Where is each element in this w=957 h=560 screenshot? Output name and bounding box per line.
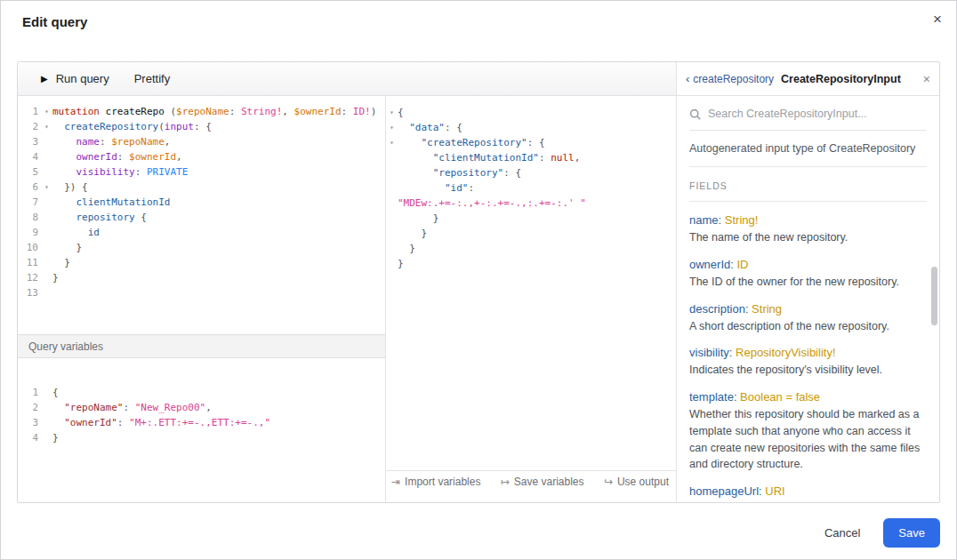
code-text: }) { bbox=[52, 180, 88, 195]
code-text: } bbox=[398, 256, 404, 271]
query-variables-bar[interactable]: Query variables bbox=[18, 334, 385, 358]
doc-field-link[interactable]: homepageUrl bbox=[689, 484, 759, 498]
fold-gutter bbox=[41, 415, 52, 430]
import-variables-label: Import variables bbox=[405, 476, 480, 488]
modal-actions: Cancel Save bbox=[819, 518, 940, 548]
search-icon bbox=[689, 108, 701, 120]
code-line: "repository": { bbox=[386, 165, 676, 180]
doc-field-signature: description: String bbox=[689, 302, 927, 316]
code-text: } bbox=[52, 255, 70, 270]
line-number: 1 bbox=[18, 385, 41, 400]
code-text: repository { bbox=[52, 210, 147, 225]
code-line: 10 } bbox=[18, 240, 385, 255]
code-text: { bbox=[52, 385, 59, 400]
save-variables-link[interactable]: ↦ Save variables bbox=[501, 476, 584, 488]
code-line: 3 name: $repoName, bbox=[18, 134, 385, 149]
editor-toolbar: ▶ Run query Prettify bbox=[18, 62, 676, 96]
code-line: 4 ownerId: $ownerId, bbox=[18, 149, 385, 164]
code-line: "MDEw:.+=-:.,+-:.+=-.,:.+=-:.' " bbox=[386, 196, 676, 211]
doc-field-link[interactable]: ownerId bbox=[689, 258, 730, 271]
save-button[interactable]: Save bbox=[883, 518, 940, 548]
use-output-label: Use output bbox=[617, 476, 669, 488]
fold-gutter bbox=[386, 196, 398, 211]
line-number: 4 bbox=[18, 430, 41, 445]
line-number: 10 bbox=[18, 240, 41, 255]
save-variables-icon: ↦ bbox=[501, 476, 510, 488]
docs-close-icon[interactable]: × bbox=[923, 72, 930, 86]
query-variables-label: Query variables bbox=[28, 340, 103, 353]
page-title: Edit query bbox=[22, 14, 87, 29]
import-variables-link[interactable]: ⇥ Import variables bbox=[391, 476, 480, 488]
line-number: 6 bbox=[18, 180, 41, 195]
doc-type-link[interactable]: String! bbox=[725, 213, 759, 227]
code-text: mutation createRepo ($repoName: String!,… bbox=[52, 104, 376, 119]
fold-arrow-icon[interactable]: ▾ bbox=[41, 104, 52, 119]
code-line: ▾{ bbox=[386, 105, 676, 120]
doc-type-link[interactable]: URI bbox=[765, 484, 784, 498]
prettify-button[interactable]: Prettify bbox=[134, 72, 170, 85]
fold-arrow-icon[interactable]: ▾ bbox=[41, 180, 52, 195]
use-output-link[interactable]: ↪ Use output bbox=[604, 476, 669, 488]
code-text: "id": bbox=[398, 180, 474, 196]
doc-field-link[interactable]: template bbox=[689, 390, 734, 404]
fold-arrow-icon[interactable]: ▾ bbox=[386, 120, 398, 135]
doc-field-signature: homepageUrl: URI bbox=[689, 484, 927, 498]
docs-panel: ‹ createRepository CreateRepositoryInput… bbox=[676, 62, 939, 502]
use-output-icon: ↪ bbox=[604, 476, 613, 488]
run-query-button[interactable]: ▶ Run query bbox=[41, 72, 109, 85]
close-icon[interactable]: × bbox=[933, 11, 942, 28]
code-line: 1{ bbox=[18, 385, 385, 400]
query-variables-editor[interactable]: 1{2 "repoName": "New_Repo00",3 "ownerId"… bbox=[18, 358, 385, 502]
fold-gutter bbox=[41, 134, 52, 149]
doc-type-link[interactable]: String bbox=[752, 302, 782, 316]
fold-gutter bbox=[386, 165, 398, 180]
cancel-button[interactable]: Cancel bbox=[819, 519, 865, 547]
docs-fields-label: FIELDS bbox=[689, 167, 927, 202]
fold-gutter bbox=[386, 180, 398, 196]
code-line: 12} bbox=[18, 270, 385, 285]
code-line: 2▾ createRepository(input: { bbox=[18, 119, 385, 134]
code-line: 2 "repoName": "New_Repo00", bbox=[18, 400, 385, 415]
doc-field: ownerId: IDThe ID of the owner for the n… bbox=[689, 258, 927, 291]
code-line: } bbox=[386, 211, 676, 226]
doc-field: homepageUrl: URIThe URL for a web page a… bbox=[689, 484, 927, 502]
fold-gutter bbox=[41, 210, 52, 225]
fold-gutter bbox=[386, 256, 398, 271]
query-editor[interactable]: 1▾mutation createRepo ($repoName: String… bbox=[18, 96, 385, 334]
code-line: "clientMutationId": null, bbox=[386, 150, 676, 165]
doc-field-default: = false bbox=[783, 390, 820, 404]
code-text: "ownerId": "M+:.ETT:+=-.,ETT:+=-.," bbox=[52, 415, 270, 430]
fold-gutter bbox=[386, 241, 398, 256]
docs-scrollbar-thumb[interactable] bbox=[931, 267, 937, 325]
line-number: 7 bbox=[18, 195, 41, 210]
line-number: 3 bbox=[18, 415, 41, 430]
docs-back-link[interactable]: ‹ createRepository bbox=[686, 72, 774, 85]
doc-field-signature: template: Boolean = false bbox=[689, 390, 927, 404]
doc-field-link[interactable]: name bbox=[689, 213, 719, 227]
code-line: } bbox=[386, 241, 676, 256]
doc-field: visibility: RepositoryVisibility!Indicat… bbox=[689, 346, 927, 379]
doc-field-description: The name of the new repository. bbox=[689, 229, 927, 246]
code-text: "repoName": "New_Repo00", bbox=[52, 400, 212, 415]
run-query-label: Run query bbox=[56, 72, 109, 85]
doc-field-link[interactable]: description bbox=[689, 302, 745, 316]
fold-arrow-icon[interactable]: ▾ bbox=[386, 135, 398, 150]
doc-field-description: A short description of the new repositor… bbox=[689, 318, 927, 335]
fold-arrow-icon[interactable]: ▾ bbox=[386, 105, 398, 120]
line-number: 13 bbox=[18, 285, 41, 300]
doc-field: name: String!The name of the new reposit… bbox=[689, 213, 927, 246]
doc-field-signature: visibility: RepositoryVisibility! bbox=[689, 346, 927, 359]
code-line: 9 id bbox=[18, 225, 385, 240]
doc-field-link[interactable]: visibility bbox=[689, 346, 729, 359]
docs-search-input[interactable] bbox=[708, 108, 927, 120]
doc-type-link[interactable]: RepositoryVisibility! bbox=[736, 346, 835, 359]
fold-gutter bbox=[41, 240, 52, 255]
doc-type-link[interactable]: ID bbox=[736, 258, 748, 271]
fold-arrow-icon[interactable]: ▾ bbox=[41, 119, 52, 134]
code-text: "MDEw:.+=-:.,+-:.+=-.,:.+=-:.' " bbox=[398, 196, 586, 211]
docs-title: CreateRepositoryInput bbox=[781, 73, 901, 85]
line-number: 12 bbox=[18, 270, 41, 285]
doc-type-link[interactable]: Boolean bbox=[740, 390, 783, 404]
fold-gutter bbox=[41, 270, 52, 285]
doc-field-description: The URL for a web page about this bbox=[689, 500, 927, 502]
